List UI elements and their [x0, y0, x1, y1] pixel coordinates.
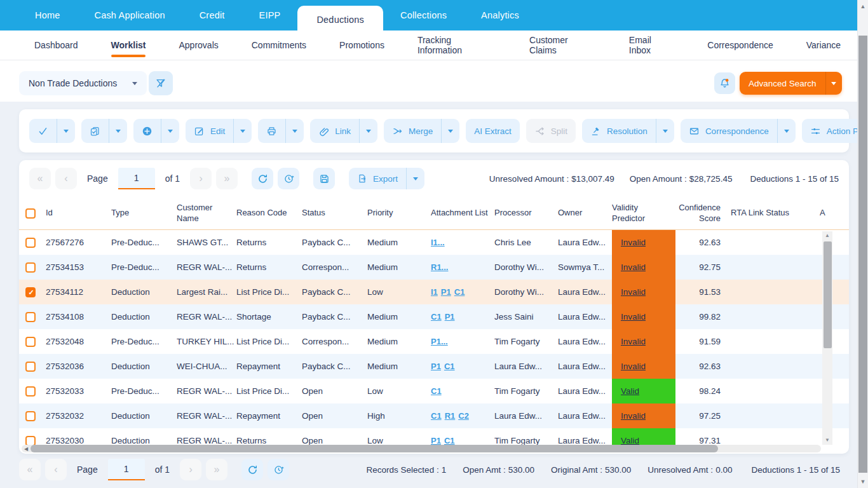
subtab-variance[interactable]: Variance [790, 30, 857, 60]
next-page-button[interactable]: › [190, 168, 212, 189]
subtab-tracking-information[interactable]: Tracking Information [401, 30, 513, 60]
scroll-up-arrow-icon[interactable]: ▲ [822, 231, 832, 240]
clear-filter-button[interactable] [149, 71, 173, 95]
add-button[interactable] [133, 119, 179, 143]
attachment-link[interactable]: R1 [445, 411, 456, 421]
next-page-button[interactable]: › [180, 459, 201, 480]
validity-cell[interactable]: Valid [612, 428, 675, 446]
first-page-button[interactable]: « [29, 168, 51, 189]
bulk-select-dropdown[interactable] [109, 119, 127, 143]
approve-dropdown[interactable] [57, 119, 75, 143]
row-checkbox[interactable] [25, 312, 36, 322]
attachment-link[interactable]: P1... [431, 337, 448, 346]
row-checkbox[interactable] [25, 337, 36, 347]
attachment-link[interactable]: C1 [444, 436, 455, 445]
advanced-search-button[interactable]: Advanced Search [740, 72, 842, 95]
print-button[interactable] [258, 119, 304, 143]
table-vertical-scrollbar[interactable]: ▲ ▼ [822, 231, 832, 445]
col-header-customer-name[interactable]: Customer Name [177, 203, 236, 224]
subtab-worklist[interactable]: Worklist [95, 30, 163, 60]
save-layout-button[interactable] [313, 168, 335, 189]
last-page-button[interactable]: » [216, 168, 238, 189]
col-header-owner[interactable]: Owner [558, 208, 612, 218]
subtab-correspondence[interactable]: Correspondence [691, 30, 790, 60]
subtab-customer-claims[interactable]: Customer Claims [513, 30, 613, 60]
last-page-button[interactable]: » [206, 459, 227, 480]
attachment-link[interactable]: I1 [431, 287, 438, 297]
col-header-priority[interactable]: Priority [367, 208, 431, 218]
col-header-reason-code[interactable]: Reason Code [236, 208, 302, 218]
table-horizontal-scrollbar[interactable]: ◀ [22, 445, 821, 452]
prev-page-button[interactable]: ‹ [55, 168, 77, 189]
advanced-search-dropdown[interactable] [825, 72, 842, 95]
attachment-link[interactable]: P1 [441, 287, 451, 297]
add-dropdown[interactable] [161, 119, 179, 143]
link-dropdown[interactable] [359, 119, 377, 143]
first-page-button[interactable]: « [19, 459, 41, 480]
edit-dropdown[interactable] [233, 119, 252, 143]
view-selector-dropdown[interactable]: Non Trade Deductions [19, 71, 147, 95]
row-checkbox[interactable] [25, 262, 36, 273]
refresh-button[interactable] [241, 459, 263, 480]
table-row[interactable]: 27532032 Deduction REGR WAL-... Repaymen… [19, 403, 849, 428]
row-checkbox[interactable] [25, 411, 36, 421]
attachment-link[interactable]: P1 [431, 362, 441, 371]
col-header-rta-link-status[interactable]: RTA Link Status [731, 208, 820, 218]
table-row-selected[interactable]: 27534112 Deduction Largest Rai... List P… [19, 280, 849, 304]
vertical-scroll-thumb[interactable] [824, 241, 832, 348]
scroll-up-arrow-icon[interactable]: ▲ [858, 1, 868, 11]
auto-refresh-button[interactable] [278, 168, 299, 189]
table-row[interactable]: 27532033 Pre-Deduc... REGR WAL-... List … [19, 379, 849, 403]
print-dropdown[interactable] [285, 119, 304, 143]
subtab-approvals[interactable]: Approvals [162, 30, 234, 60]
subtab-dashboard[interactable]: Dashboard [18, 30, 95, 60]
correspondence-button[interactable]: Correspondence [681, 119, 796, 143]
tab-eipp[interactable]: EIPP [242, 0, 298, 30]
tab-analytics[interactable]: Analytics [464, 0, 536, 30]
col-header-validity-predictor[interactable]: Validity Predictor [612, 203, 675, 224]
export-button[interactable]: Export [349, 168, 424, 189]
approve-button[interactable] [29, 119, 75, 143]
col-header-confidence-score[interactable]: Confidence Score [675, 203, 731, 224]
page-number-input[interactable] [118, 168, 155, 189]
attachment-link[interactable]: P1 [445, 312, 455, 322]
subtab-commitments[interactable]: Commitments [235, 30, 323, 60]
auto-refresh-button[interactable] [268, 459, 289, 480]
select-all-checkbox[interactable] [25, 208, 36, 219]
merge-dropdown[interactable] [441, 119, 459, 143]
attachment-link[interactable]: C1 [431, 411, 442, 421]
validity-cell[interactable]: Invalid [612, 230, 675, 255]
row-checkbox[interactable] [25, 362, 36, 372]
attachment-link[interactable]: C1 [431, 312, 442, 322]
validity-cell[interactable]: Valid [612, 379, 675, 403]
resolution-button[interactable]: Resolution [582, 119, 674, 143]
attachment-link[interactable]: C1 [444, 362, 455, 371]
table-row[interactable]: 27534108 Deduction REGR WAL-... Shortage… [19, 304, 849, 329]
attachment-link[interactable]: I1... [431, 238, 445, 247]
scroll-down-arrow-icon[interactable]: ▼ [822, 436, 832, 445]
table-row[interactable]: 27532048 Pre-Deduc... TURKEY HIL... List… [19, 329, 849, 354]
row-checkbox[interactable] [25, 386, 36, 396]
col-header-attachment-list[interactable]: Attachment List [431, 208, 494, 218]
row-checkbox[interactable] [25, 287, 36, 297]
attachment-link[interactable]: C1 [454, 287, 465, 297]
tab-credit[interactable]: Credit [182, 0, 242, 30]
attachment-link[interactable]: P1 [431, 436, 441, 445]
prev-page-button[interactable]: ‹ [45, 459, 67, 480]
resolution-dropdown[interactable] [656, 119, 674, 143]
page-vertical-scrollbar[interactable]: ▲ ▼ [857, 0, 868, 488]
table-row[interactable]: 27534153 Pre-Deduc... REGR WAL-... Retur… [19, 255, 849, 280]
horizontal-scroll-thumb[interactable] [31, 445, 718, 452]
validity-cell[interactable]: Invalid [612, 280, 675, 304]
table-row[interactable]: 27532036 Deduction WEI-CHUA... Repayment… [19, 354, 849, 379]
col-header-id[interactable]: Id [46, 208, 111, 218]
validity-cell[interactable]: Invalid [612, 403, 675, 428]
export-dropdown[interactable] [406, 168, 424, 189]
tab-collections[interactable]: Collections [383, 0, 464, 30]
attachment-link[interactable]: C1 [431, 386, 442, 396]
attachment-link[interactable]: R1... [431, 262, 448, 272]
refresh-button[interactable] [252, 168, 273, 189]
col-header-processor[interactable]: Processor [494, 208, 558, 218]
merge-button[interactable]: Merge [384, 119, 459, 143]
scroll-left-arrow-icon[interactable]: ◀ [22, 446, 31, 452]
